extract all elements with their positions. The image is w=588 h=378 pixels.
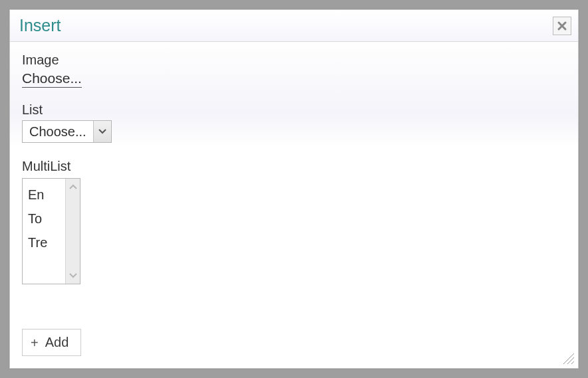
list-dropdown-value: Choose... [23, 121, 93, 142]
chevron-down-icon [98, 129, 106, 134]
list-item[interactable]: To [28, 207, 60, 231]
resize-handle[interactable] [561, 351, 574, 364]
resize-grip-icon [561, 351, 574, 364]
chevron-up-icon [69, 184, 77, 189]
insert-dialog: Insert Image Choose... List Choose... Mu… [9, 9, 579, 369]
image-choose-link[interactable]: Choose... [22, 70, 82, 88]
add-button-label: Add [45, 335, 69, 350]
svg-line-2 [571, 361, 574, 364]
list-dropdown[interactable]: Choose... [22, 120, 112, 143]
list-label: List [22, 102, 566, 118]
multilist-items: En To Tre [23, 179, 65, 284]
close-button[interactable] [553, 17, 571, 35]
add-button[interactable]: + Add [22, 329, 81, 356]
chevron-down-icon [69, 273, 77, 278]
multilist-scrollbar[interactable] [65, 179, 80, 284]
plus-icon: + [31, 336, 39, 349]
multilist-box[interactable]: En To Tre [22, 178, 80, 284]
dialog-title: Insert [19, 16, 61, 35]
list-item[interactable]: Tre [28, 231, 60, 254]
dialog-content: Image Choose... List Choose... MultiList… [10, 42, 578, 368]
dialog-titlebar: Insert [10, 10, 578, 42]
dropdown-arrow [93, 121, 111, 142]
close-icon [557, 21, 567, 31]
multilist-label: MultiList [22, 159, 566, 174]
image-label: Image [22, 52, 566, 68]
list-item[interactable]: En [28, 183, 60, 207]
svg-line-1 [567, 357, 574, 364]
